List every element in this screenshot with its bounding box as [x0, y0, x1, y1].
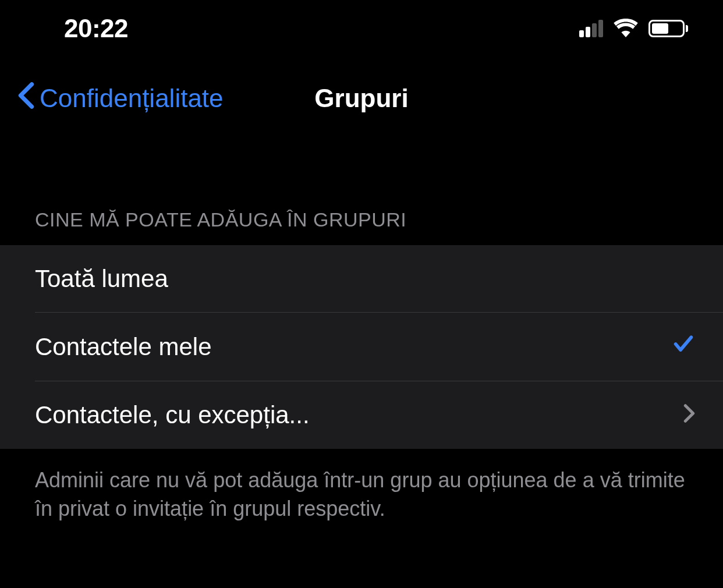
option-label: Toată lumea [35, 265, 168, 293]
checkmark-icon [672, 332, 695, 362]
option-my-contacts[interactable]: Contactele mele [0, 313, 723, 381]
nav-bar: Confidențialitate Grupuri [0, 52, 723, 150]
back-label: Confidențialitate [40, 84, 224, 113]
status-bar: 20:22 [0, 0, 723, 52]
back-button[interactable]: Confidențialitate [17, 82, 224, 115]
options-list: Toată lumea Contactele mele Contactele, … [0, 245, 723, 449]
wifi-icon [612, 17, 639, 40]
option-everyone[interactable]: Toată lumea [0, 245, 723, 313]
page-title: Grupuri [314, 84, 408, 113]
status-time: 20:22 [64, 14, 128, 43]
cellular-signal-icon [579, 20, 603, 37]
section-footer: Adminii care nu vă pot adăuga într-un gr… [0, 449, 723, 540]
chevron-left-icon [17, 82, 35, 115]
section-header: CINE MĂ POATE ADĂUGA ÎN GRUPURI [0, 150, 723, 245]
battery-icon [648, 20, 688, 37]
chevron-right-icon [683, 401, 695, 429]
status-icons [579, 17, 688, 40]
option-label: Contactele mele [35, 333, 212, 361]
option-label: Contactele, cu excepția... [35, 401, 310, 429]
option-contacts-except[interactable]: Contactele, cu excepția... [0, 381, 723, 449]
